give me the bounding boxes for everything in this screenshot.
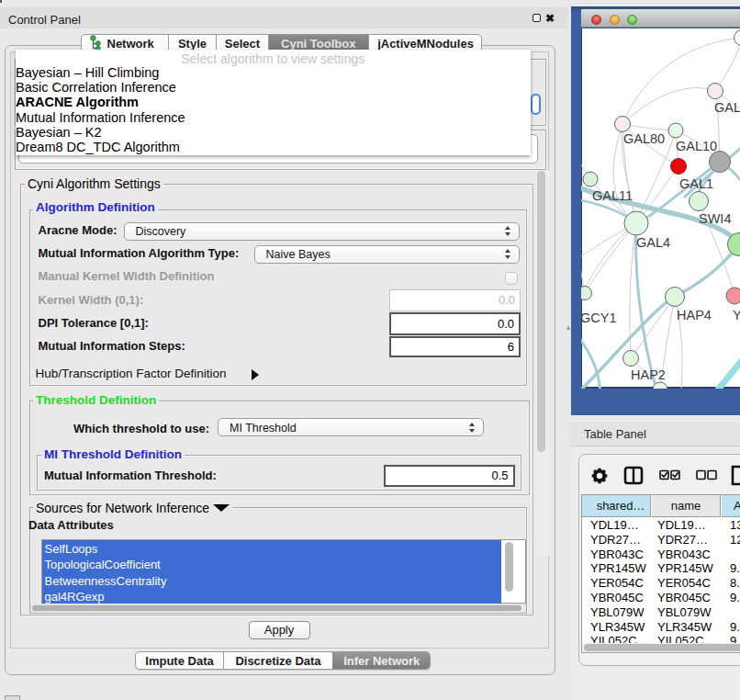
svg-text:GAL80: GAL80	[623, 131, 665, 146]
svg-text:GAL11: GAL11	[592, 188, 633, 203]
svg-text:SWI4: SWI4	[699, 211, 731, 226]
svg-text:HAP2: HAP2	[631, 367, 666, 382]
svg-text:GAL4: GAL4	[636, 235, 670, 250]
svg-text:GCY1: GCY1	[581, 310, 617, 325]
svg-text:HAP4: HAP4	[677, 308, 712, 322]
svg-text:YER0: YER0	[733, 308, 740, 322]
svg-text:GAL2: GAL2	[714, 100, 740, 115]
svg-text:GAL1: GAL1	[679, 176, 713, 191]
svg-text:GAL10: GAL10	[676, 139, 717, 153]
